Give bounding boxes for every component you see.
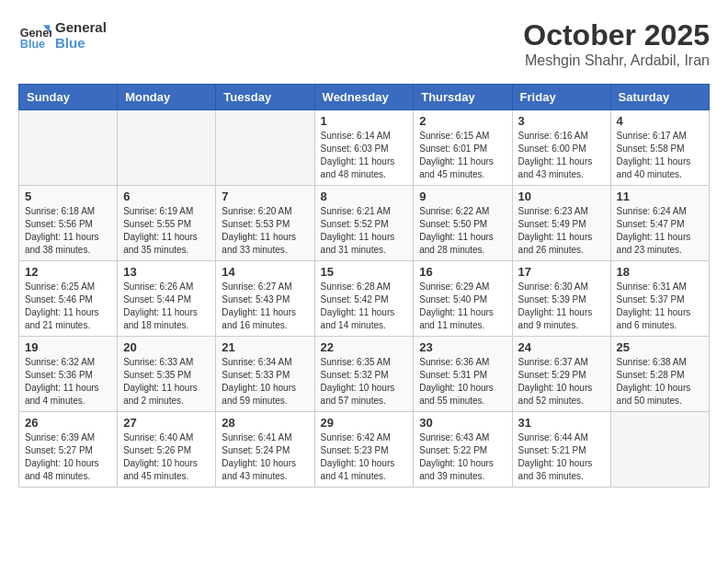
day-number: 21 — [222, 340, 308, 354]
calendar-cell — [118, 110, 216, 186]
calendar-header-sunday: Sunday — [19, 85, 118, 110]
calendar-week-5: 26Sunrise: 6:39 AM Sunset: 5:27 PM Dayli… — [19, 412, 710, 488]
day-info: Sunrise: 6:14 AM Sunset: 6:03 PM Dayligh… — [321, 130, 408, 181]
day-info: Sunrise: 6:37 AM Sunset: 5:29 PM Dayligh… — [518, 356, 605, 408]
day-info: Sunrise: 6:29 AM Sunset: 5:40 PM Dayligh… — [419, 281, 506, 332]
day-info: Sunrise: 6:44 AM Sunset: 5:21 PM Dayligh… — [518, 431, 605, 483]
day-info: Sunrise: 6:41 AM Sunset: 5:24 PM Dayligh… — [222, 431, 308, 483]
calendar-header-thursday: Thursday — [414, 85, 512, 110]
day-number: 5 — [25, 190, 111, 203]
calendar-cell: 26Sunrise: 6:39 AM Sunset: 5:27 PM Dayli… — [19, 412, 118, 488]
calendar-cell: 18Sunrise: 6:31 AM Sunset: 5:37 PM Dayli… — [610, 261, 709, 337]
day-number: 17 — [518, 265, 605, 279]
calendar-header-monday: Monday — [118, 85, 216, 110]
day-number: 28 — [222, 416, 308, 430]
calendar-header-tuesday: Tuesday — [216, 85, 314, 110]
day-number: 29 — [321, 416, 408, 430]
title-block: October 2025 Meshgin Shahr, Ardabil, Ira… — [523, 18, 710, 69]
calendar-cell: 20Sunrise: 6:33 AM Sunset: 5:35 PM Dayli… — [118, 337, 216, 412]
calendar-header-saturday: Saturday — [610, 85, 709, 110]
calendar-cell: 24Sunrise: 6:37 AM Sunset: 5:29 PM Dayli… — [512, 337, 610, 412]
day-info: Sunrise: 6:34 AM Sunset: 5:33 PM Dayligh… — [222, 356, 308, 408]
calendar-cell: 12Sunrise: 6:25 AM Sunset: 5:46 PM Dayli… — [19, 261, 118, 337]
day-number: 4 — [617, 114, 703, 128]
calendar-cell: 10Sunrise: 6:23 AM Sunset: 5:49 PM Dayli… — [512, 186, 610, 261]
calendar-cell: 5Sunrise: 6:18 AM Sunset: 5:56 PM Daylig… — [19, 186, 118, 261]
calendar-header-row: SundayMondayTuesdayWednesdayThursdayFrid… — [19, 85, 710, 110]
day-info: Sunrise: 6:30 AM Sunset: 5:39 PM Dayligh… — [518, 281, 605, 332]
calendar-cell: 1Sunrise: 6:14 AM Sunset: 6:03 PM Daylig… — [314, 110, 414, 186]
day-number: 31 — [518, 416, 605, 430]
calendar-cell: 11Sunrise: 6:24 AM Sunset: 5:47 PM Dayli… — [610, 186, 709, 261]
svg-text:Blue: Blue — [20, 38, 45, 51]
day-info: Sunrise: 6:22 AM Sunset: 5:50 PM Dayligh… — [419, 205, 506, 257]
day-info: Sunrise: 6:39 AM Sunset: 5:27 PM Dayligh… — [25, 431, 111, 483]
calendar-cell: 9Sunrise: 6:22 AM Sunset: 5:50 PM Daylig… — [414, 186, 512, 261]
page-subtitle: Meshgin Shahr, Ardabil, Iran — [523, 52, 710, 69]
calendar-cell: 13Sunrise: 6:26 AM Sunset: 5:44 PM Dayli… — [118, 261, 216, 337]
day-number: 15 — [321, 265, 408, 279]
calendar-cell: 28Sunrise: 6:41 AM Sunset: 5:24 PM Dayli… — [216, 412, 314, 488]
day-info: Sunrise: 6:21 AM Sunset: 5:52 PM Dayligh… — [321, 205, 408, 257]
day-info: Sunrise: 6:40 AM Sunset: 5:26 PM Dayligh… — [123, 431, 210, 483]
day-info: Sunrise: 6:38 AM Sunset: 5:28 PM Dayligh… — [617, 356, 703, 408]
day-info: Sunrise: 6:19 AM Sunset: 5:55 PM Dayligh… — [123, 205, 210, 257]
day-info: Sunrise: 6:28 AM Sunset: 5:42 PM Dayligh… — [321, 281, 408, 332]
day-number: 3 — [518, 114, 605, 128]
day-info: Sunrise: 6:18 AM Sunset: 5:56 PM Dayligh… — [25, 205, 111, 257]
day-number: 1 — [321, 114, 408, 128]
day-number: 25 — [617, 340, 703, 354]
logo-icon: General Blue — [18, 18, 51, 52]
day-number: 10 — [518, 190, 605, 203]
day-number: 23 — [419, 340, 506, 354]
day-info: Sunrise: 6:35 AM Sunset: 5:32 PM Dayligh… — [321, 356, 408, 408]
day-number: 7 — [222, 190, 308, 203]
calendar-cell: 8Sunrise: 6:21 AM Sunset: 5:52 PM Daylig… — [314, 186, 414, 261]
day-number: 30 — [419, 416, 506, 430]
calendar-cell: 30Sunrise: 6:43 AM Sunset: 5:22 PM Dayli… — [414, 412, 512, 488]
calendar-cell — [610, 412, 709, 488]
day-info: Sunrise: 6:42 AM Sunset: 5:23 PM Dayligh… — [321, 431, 408, 483]
calendar-cell: 16Sunrise: 6:29 AM Sunset: 5:40 PM Dayli… — [414, 261, 512, 337]
calendar-cell: 14Sunrise: 6:27 AM Sunset: 5:43 PM Dayli… — [216, 261, 314, 337]
day-info: Sunrise: 6:20 AM Sunset: 5:53 PM Dayligh… — [222, 205, 308, 257]
calendar-cell: 22Sunrise: 6:35 AM Sunset: 5:32 PM Dayli… — [314, 337, 414, 412]
day-info: Sunrise: 6:26 AM Sunset: 5:44 PM Dayligh… — [123, 281, 210, 332]
day-info: Sunrise: 6:27 AM Sunset: 5:43 PM Dayligh… — [222, 281, 308, 332]
calendar-cell: 29Sunrise: 6:42 AM Sunset: 5:23 PM Dayli… — [314, 412, 414, 488]
day-number: 12 — [25, 265, 111, 279]
day-info: Sunrise: 6:17 AM Sunset: 5:58 PM Dayligh… — [617, 130, 703, 181]
calendar-week-2: 5Sunrise: 6:18 AM Sunset: 5:56 PM Daylig… — [19, 186, 710, 261]
page-header: General Blue General Blue October 2025 M… — [18, 18, 710, 69]
day-number: 24 — [518, 340, 605, 354]
day-number: 13 — [123, 265, 210, 279]
calendar-cell — [19, 110, 118, 186]
day-number: 8 — [321, 190, 408, 203]
day-number: 16 — [419, 265, 506, 279]
calendar-cell: 4Sunrise: 6:17 AM Sunset: 5:58 PM Daylig… — [610, 110, 709, 186]
calendar-week-4: 19Sunrise: 6:32 AM Sunset: 5:36 PM Dayli… — [19, 337, 710, 412]
day-number: 18 — [617, 265, 703, 279]
day-info: Sunrise: 6:24 AM Sunset: 5:47 PM Dayligh… — [617, 205, 703, 257]
day-info: Sunrise: 6:36 AM Sunset: 5:31 PM Dayligh… — [419, 356, 506, 408]
logo: General Blue General Blue — [18, 18, 107, 52]
day-info: Sunrise: 6:16 AM Sunset: 6:00 PM Dayligh… — [518, 130, 605, 181]
day-info: Sunrise: 6:32 AM Sunset: 5:36 PM Dayligh… — [25, 356, 111, 408]
day-number: 27 — [123, 416, 210, 430]
logo-general: General — [55, 19, 107, 35]
calendar-header-friday: Friday — [512, 85, 610, 110]
calendar-cell: 15Sunrise: 6:28 AM Sunset: 5:42 PM Dayli… — [314, 261, 414, 337]
calendar-cell: 23Sunrise: 6:36 AM Sunset: 5:31 PM Dayli… — [414, 337, 512, 412]
day-number: 6 — [123, 190, 210, 203]
calendar-table: SundayMondayTuesdayWednesdayThursdayFrid… — [18, 84, 710, 488]
calendar-cell: 25Sunrise: 6:38 AM Sunset: 5:28 PM Dayli… — [610, 337, 709, 412]
calendar-cell: 3Sunrise: 6:16 AM Sunset: 6:00 PM Daylig… — [512, 110, 610, 186]
day-number: 14 — [222, 265, 308, 279]
day-info: Sunrise: 6:31 AM Sunset: 5:37 PM Dayligh… — [617, 281, 703, 332]
day-number: 11 — [617, 190, 703, 203]
logo-blue: Blue — [55, 35, 107, 51]
page-title: October 2025 — [523, 18, 710, 52]
calendar-cell: 27Sunrise: 6:40 AM Sunset: 5:26 PM Dayli… — [118, 412, 216, 488]
day-number: 2 — [419, 114, 506, 128]
calendar-cell: 19Sunrise: 6:32 AM Sunset: 5:36 PM Dayli… — [19, 337, 118, 412]
